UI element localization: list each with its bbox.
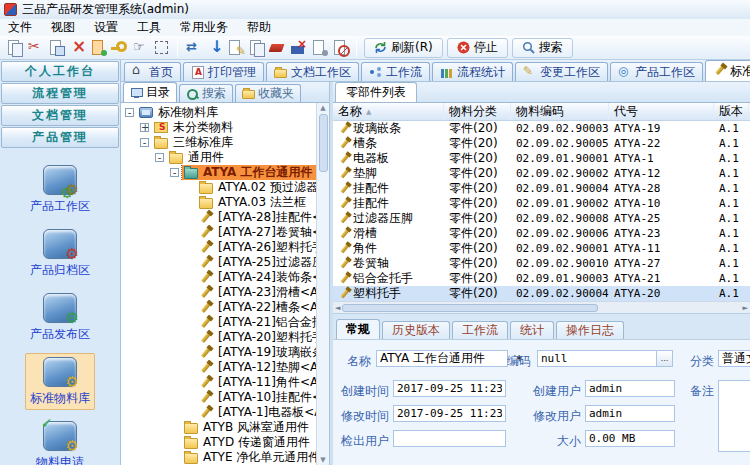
tab-change-workspace[interactable]: 变更工作区: [515, 62, 608, 81]
expand-icon[interactable]: +: [140, 123, 149, 132]
table-horizontal-scrollbar[interactable]: ◄ ►: [333, 301, 750, 313]
tree-node[interactable]: ATYE 净化单元通用件: [121, 450, 316, 465]
collapse-icon[interactable]: -: [155, 153, 164, 162]
stop-button[interactable]: 停止: [447, 38, 508, 58]
tree-node[interactable]: [ATYA-26]塑料托手: [121, 240, 316, 255]
modified-time-input[interactable]: [393, 405, 506, 422]
created-time-input[interactable]: [393, 380, 506, 397]
scrollbar-thumb[interactable]: [319, 114, 328, 172]
column-header[interactable]: 版本: [714, 103, 749, 120]
sidebar-item-product-release[interactable]: 产品发布区: [25, 289, 95, 346]
sidebar-item-material-request[interactable]: 物料申请: [31, 417, 89, 465]
tree-node[interactable]: -ATYA 工作台通用件: [121, 165, 316, 180]
column-header[interactable]: 名称▲: [333, 103, 444, 120]
tree-node[interactable]: [ATYA-10]挂配件<: [121, 390, 316, 405]
menu-item-common-business[interactable]: 常用业务: [180, 19, 228, 36]
cut-icon[interactable]: [26, 38, 45, 57]
column-header[interactable]: 物料编码: [511, 103, 609, 120]
tree-node[interactable]: -标准物料库: [121, 105, 316, 120]
table-row[interactable]: 卷簧轴零件(20)02.09.02.90010ATYA-27A.1: [333, 256, 750, 271]
table-row[interactable]: 电器板零件(20)02.09.01.90001ATYA-1A.1: [333, 151, 750, 166]
sidebar-section-document-management[interactable]: 文档管理: [1, 105, 119, 126]
tree-node[interactable]: [ATYA-12]垫脚<A.: [121, 360, 316, 375]
table-row[interactable]: 过滤器压脚零件(20)02.09.02.90008ATYA-25A.1: [333, 211, 750, 226]
delete-icon[interactable]: [68, 38, 87, 57]
rename-icon[interactable]: [89, 38, 108, 57]
table-row[interactable]: 槽条零件(20)02.09.02.90005ATYA-22A.1: [333, 136, 750, 151]
table-row[interactable]: 挂配件零件(20)02.09.01.90004ATYA-28A.1: [333, 181, 750, 196]
checkout-user-input[interactable]: [393, 430, 506, 447]
created-user-input[interactable]: [585, 380, 675, 397]
paste-icon[interactable]: [47, 38, 66, 57]
detail-tab-workflow[interactable]: 工作流: [452, 321, 508, 339]
tree-vertical-scrollbar[interactable]: ▲ ▼: [316, 103, 329, 465]
tab-standard-material[interactable]: 标准物料库: [705, 60, 750, 81]
menu-item-help[interactable]: 帮助: [247, 19, 271, 36]
scroll-up-icon[interactable]: ▲: [320, 104, 325, 112]
modified-user-input[interactable]: [585, 405, 675, 422]
tree-node[interactable]: [ATYA-24]装饰条<: [121, 270, 316, 285]
size-input[interactable]: [585, 430, 675, 447]
detail-tab-operation-log[interactable]: 操作日志: [556, 321, 624, 339]
tree-tab-catalog[interactable]: 目录: [123, 82, 177, 102]
tab-product-workspace[interactable]: 产品工作区: [610, 62, 703, 81]
scrollbar-thumb[interactable]: [342, 304, 598, 312]
tree-node[interactable]: ATYD 传递窗通用件: [121, 435, 316, 450]
edit-doc-icon[interactable]: [226, 38, 245, 57]
doc-props-icon[interactable]: [310, 38, 329, 57]
doc-cancel-icon[interactable]: [331, 38, 350, 57]
sidebar-section-personal-workspace[interactable]: 个人工作台: [1, 61, 119, 82]
tree-node[interactable]: -三维标准库: [121, 135, 316, 150]
remark-textarea[interactable]: [718, 380, 750, 452]
tree-node[interactable]: -通用件: [121, 150, 316, 165]
detail-tab-statistics[interactable]: 统计: [510, 321, 554, 339]
menu-item-view[interactable]: 视图: [51, 19, 75, 36]
tree-tab-search[interactable]: 搜索: [179, 84, 233, 102]
search-button[interactable]: 搜索: [512, 38, 573, 58]
menu-item-file[interactable]: 文件: [8, 19, 32, 36]
sync-icon[interactable]: [184, 38, 203, 57]
checkin-icon[interactable]: [205, 38, 224, 57]
collapse-icon[interactable]: -: [140, 138, 149, 147]
refresh-button[interactable]: 刷新(R): [364, 38, 443, 58]
copy-doc-icon[interactable]: [247, 38, 266, 57]
collapse-icon[interactable]: -: [170, 168, 179, 177]
table-row[interactable]: 滑槽零件(20)02.09.02.90006ATYA-23A.1: [333, 226, 750, 241]
tree-node[interactable]: ATYB 风淋室通用件: [121, 420, 316, 435]
tab-document-workspace[interactable]: 文档工作区: [266, 62, 359, 81]
tree-node[interactable]: [ATYA-20]塑料托手: [121, 330, 316, 345]
table-row[interactable]: 玻璃嵌条零件(20)02.09.02.90003ATYA-19A.1: [333, 121, 750, 136]
tab-parts-list[interactable]: 零部件列表: [335, 82, 417, 102]
scroll-left-icon[interactable]: ◄: [335, 304, 340, 312]
tree-node[interactable]: [ATYA-22]槽条<A.: [121, 300, 316, 315]
discard-icon[interactable]: [289, 38, 308, 57]
detail-tab-general[interactable]: 常规: [336, 319, 380, 339]
column-header[interactable]: 代号: [609, 103, 714, 120]
detail-tab-history-versions[interactable]: 历史版本: [382, 321, 450, 339]
sidebar-section-process-management[interactable]: 流程管理: [1, 83, 119, 104]
copy-icon[interactable]: [5, 38, 24, 57]
sidebar-item-standard-material[interactable]: 标准物料库: [25, 353, 95, 410]
tree-node[interactable]: [ATYA-1]电器板<A: [121, 405, 316, 420]
menu-item-tools[interactable]: 工具: [137, 19, 161, 36]
tree-node[interactable]: [ATYA-21]铝合金托: [121, 315, 316, 330]
tree-node[interactable]: [ATYA-23]滑槽<A.: [121, 285, 316, 300]
tab-home[interactable]: 首页: [124, 62, 181, 81]
tree-node[interactable]: ATYA.02 预过滤器: [121, 180, 316, 195]
collapse-icon[interactable]: -: [125, 108, 134, 117]
tab-workflow[interactable]: 工作流: [361, 62, 430, 81]
column-header[interactable]: 物料分类: [444, 103, 511, 120]
tree-node[interactable]: [ATYA-28]挂配件<: [121, 210, 316, 225]
table-row[interactable]: 铝合金托手零件(20)02.09.01.90003ATYA-21A.1: [333, 271, 750, 286]
checkout-icon[interactable]: [131, 38, 150, 57]
tree-node[interactable]: +未分类物料: [121, 120, 316, 135]
code-input[interactable]: [537, 350, 657, 367]
key-icon[interactable]: [110, 38, 129, 57]
category-select[interactable]: [718, 350, 750, 367]
tree-node[interactable]: [ATYA-27]卷簧轴<: [121, 225, 316, 240]
tab-print-management[interactable]: 打印管理: [183, 62, 264, 81]
erase-icon[interactable]: [268, 38, 287, 57]
tree-tab-favorites[interactable]: 收藏夹: [235, 84, 301, 102]
tab-flow-statistics[interactable]: 流程统计: [432, 62, 513, 81]
table-row[interactable]: 塑料托手零件(20)02.09.02.90004ATYA-20A.1: [333, 286, 750, 301]
